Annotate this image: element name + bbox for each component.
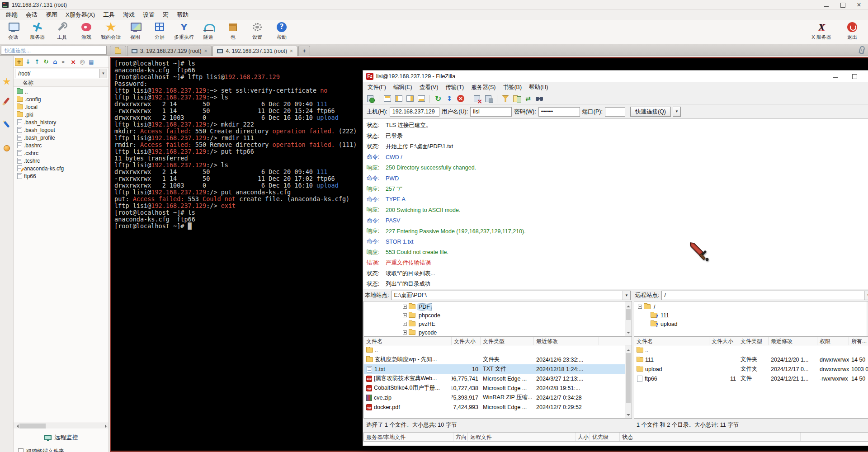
scroll-left-icon[interactable] <box>14 423 19 429</box>
expander-icon[interactable] <box>403 305 407 309</box>
title-bar[interactable]: 192.168.237.131 (root) <box>0 0 868 10</box>
toolbar-icon[interactable] <box>444 94 454 104</box>
file-tree-item[interactable]: .local <box>14 103 108 111</box>
port-input[interactable] <box>605 107 625 117</box>
window-control-button[interactable] <box>864 71 868 82</box>
file-tree-item[interactable]: .bash_history <box>14 118 108 126</box>
scroll-right-icon[interactable] <box>103 423 108 429</box>
local-site-combobox[interactable]: E:\桌面\PDF\ <box>391 291 631 300</box>
column-header[interactable]: 远程文件 <box>468 433 576 441</box>
file-tree-item[interactable]: .bashrc <box>14 141 108 149</box>
tab-close-icon[interactable] <box>204 48 207 54</box>
local-file-row[interactable]: CobaltStrike4.0用户手册... 10,727,438 Micros… <box>364 383 632 393</box>
toolbar-icon[interactable] <box>497 95 497 103</box>
sftp-toolbar-icon[interactable] <box>78 58 86 66</box>
column-header[interactable]: 状态 <box>620 433 801 441</box>
toolbar-icon[interactable] <box>433 94 443 104</box>
column-header[interactable]: 权限 <box>817 337 849 345</box>
toolbar-button[interactable]: 帮助 <box>269 21 294 44</box>
toolbar-button[interactable]: 多重执行 <box>172 21 196 44</box>
remote-file-row[interactable]: .. <box>634 345 868 355</box>
toolbar-button[interactable]: 隧道 <box>196 21 221 44</box>
file-tree-item[interactable]: anaconda-ks.cfg <box>14 165 108 172</box>
sftp-toolbar-icon[interactable] <box>24 58 32 66</box>
terminal-tab[interactable]: 4. 192.168.237.131 (root) <box>212 46 297 56</box>
column-header[interactable]: 文件类型 <box>738 337 769 345</box>
list-scrollbar[interactable] <box>625 345 632 418</box>
local-file-row[interactable]: [黑客攻防技术宝典Web... 96,775,741 Microsoft Edg… <box>364 374 632 383</box>
home-tab[interactable] <box>110 46 126 56</box>
quick-connect-input[interactable]: 快速连接... <box>1 46 107 55</box>
local-file-row[interactable]: 玄机应急响应wp - 先知... 文件夹 2024/12/6 23:32:... <box>364 355 632 364</box>
menu-item[interactable]: 宏 <box>159 10 173 20</box>
dropdown-arrow-icon[interactable] <box>864 291 868 300</box>
sidebar-horizontal-scrollbar[interactable] <box>14 423 108 428</box>
column-header[interactable]: 所有... <box>849 337 868 345</box>
menu-item[interactable]: 帮助 <box>173 10 193 20</box>
menu-item[interactable]: 编辑(E) <box>390 83 416 92</box>
remote-site-combobox[interactable]: / <box>661 291 868 300</box>
remote-directory-tree[interactable]: / 111 upload <box>634 301 868 336</box>
window-control-button[interactable] <box>845 71 864 82</box>
transfer-queue-body[interactable] <box>363 442 868 445</box>
remote-file-row[interactable]: upload 文件夹 2024/12/17 0... drwxrwxrwx 10… <box>634 364 868 374</box>
scroll-up-icon[interactable] <box>625 345 632 352</box>
sftp-toolbar-icon[interactable] <box>60 58 68 66</box>
column-header[interactable]: 方向 <box>453 433 468 441</box>
toolbar-icon[interactable] <box>379 95 379 103</box>
terminal-tab[interactable]: 3. 192.168.237.129 (root) <box>127 46 212 56</box>
sftp-toolbar-icon[interactable] <box>51 58 59 66</box>
scrollbar-thumb[interactable] <box>626 309 631 320</box>
column-header[interactable]: 文件类型 <box>481 337 534 345</box>
menu-item[interactable]: 书签(B) <box>499 83 525 92</box>
sftp-toolbar-icon[interactable] <box>87 58 95 66</box>
toolbar-icon[interactable] <box>523 94 533 104</box>
tree-item[interactable]: upload <box>634 320 868 328</box>
tree-item[interactable]: phpcode <box>364 311 632 320</box>
remote-file-row[interactable]: 111 文件夹 2024/12/20 1... drwxrwxrwx 14 50 <box>634 355 868 364</box>
password-input[interactable]: •••••• <box>538 107 580 117</box>
window-control-button[interactable] <box>818 0 835 10</box>
toolbar-icon[interactable] <box>512 94 522 104</box>
column-header[interactable]: 最近修改 <box>534 337 599 345</box>
remote-file-row[interactable]: ftp66 11 文件 2024/12/21 1... -rwxrwxrwx 1… <box>634 374 868 383</box>
toolbar-icon[interactable] <box>500 94 510 104</box>
path-combobox[interactable]: /root/ ▼ <box>15 69 107 78</box>
tree-item[interactable]: 111 <box>634 311 868 320</box>
tree-item-root[interactable]: / <box>634 302 868 311</box>
tree-item[interactable]: pycode <box>364 328 632 336</box>
menu-item[interactable]: 视图 <box>42 10 61 20</box>
column-header[interactable]: 文件名 <box>634 337 709 345</box>
menu-item[interactable]: 服务器(S) <box>467 83 499 92</box>
tree-item[interactable]: pvzHE <box>364 320 632 328</box>
expander-icon[interactable] <box>403 313 407 317</box>
menu-item[interactable]: 帮助(H) <box>525 83 552 92</box>
toolbar-icon[interactable] <box>469 95 469 103</box>
column-header[interactable]: 最近修改 <box>769 337 817 345</box>
column-header[interactable]: 文件名 <box>364 337 452 345</box>
toolbar-button[interactable]: 我的会话 <box>99 21 123 44</box>
sftp-ball-icon[interactable] <box>4 145 10 151</box>
sftp-toolbar-icon[interactable] <box>33 58 41 66</box>
column-header[interactable]: 大小 <box>576 433 590 441</box>
quickconnect-dropdown-icon[interactable] <box>673 107 681 117</box>
toolbar-button[interactable]: 退出 <box>840 21 864 41</box>
toolbar-button[interactable]: 分屏 <box>147 21 172 44</box>
toolbar-button[interactable]: X 服务器 <box>809 21 834 41</box>
toolbar-icon[interactable] <box>416 94 426 104</box>
macros-pencil-icon[interactable] <box>3 121 9 127</box>
column-header[interactable]: 文件大小 <box>452 337 481 345</box>
title-bar[interactable]: lisi@192.168.237.129 - FileZilla <box>363 71 868 82</box>
scrollbar-thumb[interactable] <box>19 424 46 428</box>
column-header[interactable]: 文件大小 <box>709 337 738 345</box>
menu-item[interactable]: X服务器(X) <box>61 10 99 20</box>
toolbar-button[interactable]: 设置 <box>245 21 269 44</box>
menu-item[interactable]: 查看(V) <box>416 83 442 92</box>
scroll-down-icon[interactable] <box>625 411 632 418</box>
file-tree-item[interactable]: .tcshrc <box>14 157 108 165</box>
toolbar-icon[interactable] <box>534 94 544 104</box>
local-file-row[interactable]: 1.txt 10 TXT 文件 2024/12/18 1:24:... <box>364 364 632 374</box>
sftp-toolbar-icon[interactable] <box>69 58 77 66</box>
file-tree-item[interactable]: .bash_logout <box>14 126 108 134</box>
follow-terminal-checkbox[interactable]: 跟随终端文件夹 <box>18 447 108 452</box>
